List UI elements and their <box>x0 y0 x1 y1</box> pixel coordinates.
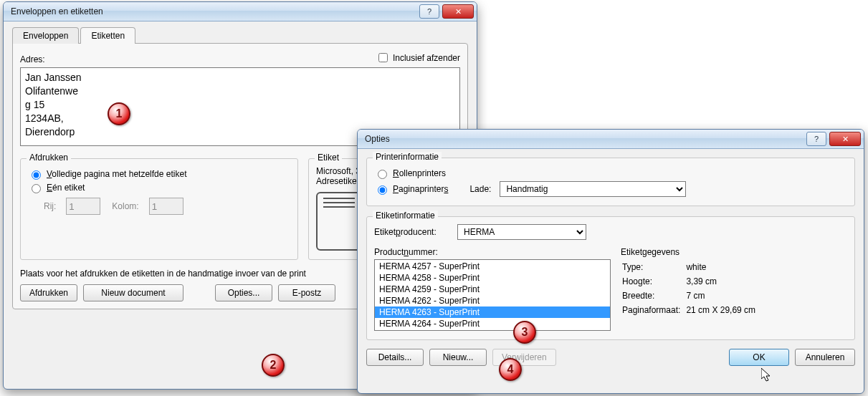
details-button[interactable]: Details... <box>366 349 424 366</box>
product-item[interactable]: HERMA 4263 - SuperPrint <box>375 306 610 318</box>
group-label-legend: Etiket <box>315 153 342 163</box>
radio-single-label-text: Eén etiket <box>47 183 85 193</box>
close-button[interactable]: ✕ <box>442 4 474 19</box>
radio-roll-label: Rollenprinters <box>393 168 446 178</box>
include-sender-label: Inclusief afzender <box>393 53 460 63</box>
group-printer-info: Printerinformatie Rollenprinters Paginap… <box>366 158 855 206</box>
product-listbox[interactable]: HERMA 4257 - SuperPrintHERMA 4258 - Supe… <box>374 259 611 331</box>
vendor-label: Etiketproducent: <box>374 227 453 237</box>
height-label: Hoogte: <box>622 275 685 288</box>
product-item[interactable]: HERMA 4257 - SuperPrint <box>375 261 610 272</box>
ok-button[interactable]: OK <box>729 349 789 366</box>
delete-label-button: Verwijderen <box>492 349 556 366</box>
close-button[interactable]: ✕ <box>829 132 861 146</box>
include-sender-checkbox[interactable]: Inclusief afzender <box>376 51 460 64</box>
label-preview-icon <box>316 192 362 251</box>
group-label-info: Etiketinformatie Etiketproducent: HERMA … <box>366 216 855 340</box>
row-label: Rij: <box>44 201 56 211</box>
address-label: Adres: <box>20 54 45 64</box>
group-label-info-legend: Etiketinformatie <box>373 211 438 221</box>
radio-full-page-input[interactable] <box>32 170 41 180</box>
row-stepper <box>66 198 100 215</box>
tab-labels[interactable]: Etiketten <box>80 27 135 44</box>
col-stepper <box>149 198 183 215</box>
dialog-title: Enveloppen en etiketten <box>11 6 416 16</box>
radio-page-printers[interactable]: Paginaprinters <box>374 183 448 195</box>
label-details-table: Type:white Hoogte:3,39 cm Breedte:7 cm P… <box>621 259 761 318</box>
dialog-title: Opties <box>365 134 803 144</box>
type-label: Type: <box>622 261 685 274</box>
details-legend: Etiketgegevens <box>621 247 847 257</box>
cancel-button[interactable]: Annuleren <box>795 349 855 366</box>
new-document-button[interactable]: Nieuw document <box>83 284 183 301</box>
radio-roll-input[interactable] <box>378 170 387 179</box>
radio-full-page[interactable]: Volledige pagina met hetzelfde etiket <box>28 168 290 180</box>
radio-single-label[interactable]: Eén etiket <box>28 182 290 193</box>
product-item[interactable]: HERMA 4262 - SuperPrint <box>375 295 610 306</box>
tab-envelopes[interactable]: Enveloppen <box>12 27 79 44</box>
radio-page-input[interactable] <box>378 185 387 195</box>
col-label: Kolom: <box>112 201 138 211</box>
radio-single-input[interactable] <box>32 184 41 193</box>
include-sender-input[interactable] <box>378 53 388 62</box>
new-label-button[interactable]: Nieuw... <box>429 349 487 366</box>
group-print-legend: Afdrukken <box>27 153 71 163</box>
productnum-label: Productnummer: <box>374 247 611 257</box>
width-label: Breedte: <box>622 289 685 302</box>
vendor-select[interactable]: HERMA <box>457 224 586 240</box>
height-value: 3,39 cm <box>686 275 760 288</box>
print-button[interactable]: Afdrukken <box>20 284 77 301</box>
help-button[interactable]: ? <box>419 4 439 19</box>
radio-full-page-label: Volledige pagina met hetzelfde etiket <box>47 169 186 179</box>
radio-page-label: Paginaprinters <box>393 184 448 194</box>
group-print: Afdrukken Volledige pagina met hetzelfde… <box>20 158 298 260</box>
type-value: white <box>686 261 760 274</box>
product-item[interactable]: HERMA 4259 - SuperPrint <box>375 284 610 295</box>
help-button[interactable]: ? <box>806 132 826 146</box>
page-value: 21 cm X 29,69 cm <box>686 304 760 317</box>
dialog-options: Opties ? ✕ Printerinformatie Rollenprint… <box>357 129 864 394</box>
width-value: 7 cm <box>686 289 760 302</box>
group-printer-info-legend: Printerinformatie <box>373 152 442 162</box>
titlebar[interactable]: Opties ? ✕ <box>358 130 864 149</box>
page-label: Paginaformaat: <box>622 304 685 317</box>
options-button[interactable]: Opties... <box>215 284 272 301</box>
tray-select[interactable]: Handmatig <box>500 181 686 197</box>
product-item[interactable]: HERMA 4258 - SuperPrint <box>375 272 610 284</box>
tabstrip: Enveloppen Etiketten <box>12 27 468 44</box>
tray-label: Lade: <box>469 184 491 194</box>
email-button[interactable]: E-postz <box>278 284 335 301</box>
titlebar[interactable]: Enveloppen en etiketten ? ✕ <box>4 2 477 21</box>
product-item[interactable]: HERMA 4264 - SuperPrint <box>375 318 610 329</box>
radio-roll-printers[interactable]: Rollenprinters <box>374 168 847 179</box>
